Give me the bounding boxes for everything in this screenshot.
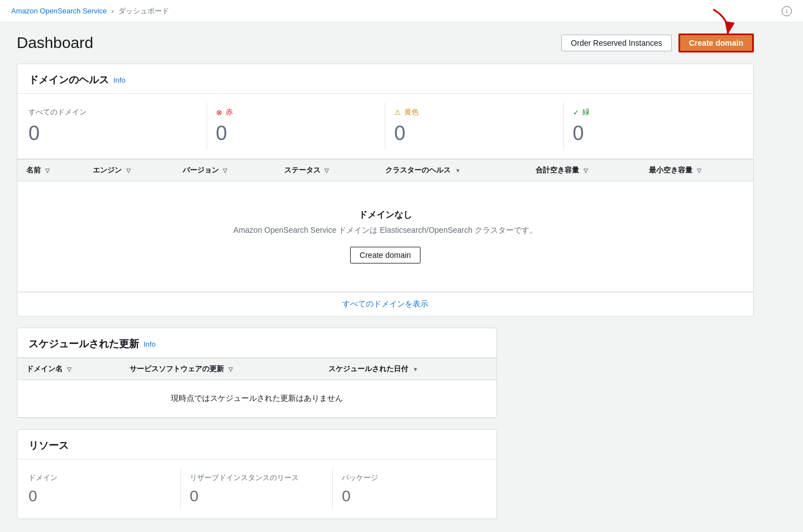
stat-yellow: ⚠ 黄色 0 — [385, 103, 564, 150]
health-stats: すべてのドメイン 0 ⊗ 赤 0 ⚠ 黄色 0 ✓ 緑 — [17, 94, 753, 159]
domain-health-info[interactable]: Info — [113, 76, 126, 84]
sort-icon-software: ▽ — [228, 366, 233, 372]
resource-domain-value: 0 — [28, 487, 171, 505]
domain-health-title: ドメインのヘルス — [28, 73, 109, 87]
updates-empty-row: 現時点ではスケジュールされた更新はありません — [17, 380, 496, 418]
stat-green-text: 緑 — [582, 107, 590, 117]
updates-table: ドメイン名 ▽ サービスソフトウェアの更新 ▽ スケジュールされた日付 ▼ 現時… — [17, 358, 496, 418]
resource-reserved-label: リザーブドインスタンスのリース — [190, 473, 324, 483]
sort-icon-health: ▼ — [455, 167, 461, 174]
stat-green-label: ✓ 緑 — [573, 107, 734, 117]
stat-all-domains: すべてのドメイン 0 — [28, 103, 207, 150]
col-software-update[interactable]: サービスソフトウェアの更新 ▽ — [121, 358, 319, 380]
scheduled-updates-info[interactable]: Info — [144, 340, 156, 348]
stat-green-value: 0 — [573, 122, 734, 145]
page-title: Dashboard — [17, 34, 93, 52]
scheduled-updates-title: スケジュールされた更新 — [28, 337, 139, 351]
updates-empty-text: 現時点ではスケジュールされた更新はありません — [171, 394, 343, 402]
domains-table-container: 名前 ▽ エンジン ▽ バージョン ▽ ステータス ▽ クラスターのヘルス ▼ … — [17, 159, 753, 292]
breadcrumb-current: ダッシュボード — [118, 6, 169, 16]
resources-grid: ドメイン 0 リザーブドインスタンスのリース 0 パッケージ 0 — [17, 459, 496, 519]
stat-yellow-text: 黄色 — [404, 107, 419, 117]
order-reserved-instances-button[interactable]: Order Reserved Instances — [561, 35, 671, 51]
domain-health-header: ドメインのヘルス Info — [17, 64, 753, 94]
updates-table-container: ドメイン名 ▽ サービスソフトウェアの更新 ▽ スケジュールされた日付 ▼ 現時… — [17, 358, 496, 418]
sort-icon-name: ▽ — [45, 167, 50, 174]
empty-state: ドメインなし Amazon OpenSearch Service ドメインは E… — [26, 187, 744, 286]
create-domain-wrapper: Create domain — [678, 33, 754, 52]
resource-reserved: リザーブドインスタンスのリース 0 — [181, 468, 333, 510]
top-bar: Amazon OpenSearch Service › ダッシュボード i — [0, 0, 803, 22]
empty-state-desc: Amazon OpenSearch Service ドメインは Elastics… — [37, 226, 733, 236]
resource-packages-value: 0 — [342, 487, 476, 505]
col-scheduled-date[interactable]: スケジュールされた日付 ▼ — [319, 358, 496, 380]
updates-header-row: ドメイン名 ▽ サービスソフトウェアの更新 ▽ スケジュールされた日付 ▼ — [17, 358, 496, 380]
domains-table: 名前 ▽ エンジン ▽ バージョン ▽ ステータス ▽ クラスターのヘルス ▼ … — [17, 159, 753, 292]
resources-card: リソース ドメイン 0 リザーブドインスタンスのリース 0 パッケージ 0 — [17, 429, 497, 519]
resource-packages-label: パッケージ — [342, 473, 476, 483]
create-domain-empty-button[interactable]: Create domain — [350, 247, 420, 263]
scheduled-updates-header: スケジュールされた更新 Info — [17, 328, 496, 358]
stat-red-value: 0 — [216, 122, 376, 145]
sort-icon-engine: ▽ — [126, 167, 131, 174]
sort-icon-domain: ▽ — [67, 366, 71, 372]
sort-icon-total: ▽ — [584, 167, 588, 174]
resource-domain: ドメイン 0 — [28, 468, 181, 510]
stat-red-icon: ⊗ — [216, 108, 222, 117]
stat-yellow-label: ⚠ 黄色 — [394, 107, 555, 117]
col-cluster-health[interactable]: クラスターのヘルス ▼ — [376, 160, 527, 181]
sort-icon-version: ▽ — [223, 167, 227, 174]
stat-green: ✓ 緑 0 — [564, 103, 743, 150]
view-all-domains-link[interactable]: すべてのドメインを表示 — [17, 292, 753, 316]
stat-green-icon: ✓ — [573, 108, 579, 117]
sort-icon-min: ▽ — [697, 167, 701, 174]
service-link[interactable]: Amazon OpenSearch Service — [11, 7, 107, 15]
main-content: Dashboard Order Reserved Instances Crea — [0, 22, 771, 532]
col-version[interactable]: バージョン ▽ — [174, 160, 275, 181]
stat-red-text: 赤 — [226, 107, 233, 117]
resource-domain-label: ドメイン — [28, 473, 171, 483]
empty-state-title: ドメインなし — [37, 209, 733, 221]
col-engine[interactable]: エンジン ▽ — [84, 160, 174, 181]
col-status[interactable]: ステータス ▽ — [275, 160, 377, 181]
resource-reserved-value: 0 — [190, 487, 324, 505]
stat-all-value: 0 — [28, 122, 198, 145]
sort-icon-date: ▼ — [413, 366, 418, 372]
page-header: Dashboard Order Reserved Instances Crea — [17, 33, 754, 52]
info-icon[interactable]: i — [782, 6, 792, 16]
stat-yellow-icon: ⚠ — [394, 108, 401, 117]
col-total-storage[interactable]: 合計空き容量 ▽ — [527, 160, 640, 181]
empty-state-row: ドメインなし Amazon OpenSearch Service ドメインは E… — [17, 181, 753, 292]
breadcrumb-separator: › — [111, 7, 113, 15]
table-header-row: 名前 ▽ エンジン ▽ バージョン ▽ ステータス ▽ クラスターのヘルス ▼ … — [17, 160, 753, 181]
resources-header: リソース — [17, 430, 496, 459]
domain-health-card: ドメインのヘルス Info すべてのドメイン 0 ⊗ 赤 0 ⚠ 黄色 — [17, 64, 754, 317]
stat-red-label: ⊗ 赤 — [216, 107, 376, 117]
scheduled-updates-card: スケジュールされた更新 Info ドメイン名 ▽ サービスソフトウェアの更新 ▽… — [17, 328, 497, 418]
resource-packages: パッケージ 0 — [333, 468, 485, 510]
stat-all-label: すべてのドメイン — [28, 107, 198, 117]
resources-title: リソース — [28, 439, 69, 452]
sort-icon-status: ▽ — [324, 167, 329, 174]
header-actions: Order Reserved Instances Create domain — [561, 33, 754, 52]
breadcrumb: Amazon OpenSearch Service › ダッシュボード — [11, 6, 169, 16]
col-name[interactable]: 名前 ▽ — [17, 160, 84, 181]
col-domain-name[interactable]: ドメイン名 ▽ — [17, 358, 121, 380]
col-min-storage[interactable]: 最小空き容量 ▽ — [640, 160, 753, 181]
stat-red: ⊗ 赤 0 — [207, 103, 386, 150]
stat-yellow-value: 0 — [394, 122, 555, 145]
